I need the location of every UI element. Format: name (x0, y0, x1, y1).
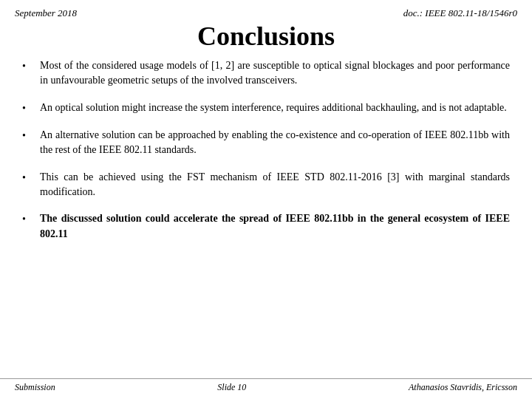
bullet-item: •An optical solution might increase the … (22, 100, 510, 116)
bullet-text: Most of the considered usage models of [… (40, 58, 510, 89)
slide-content: •Most of the considered usage models of … (0, 58, 532, 242)
bullet-text: The discussed solution could accelerate … (40, 211, 510, 242)
bullet-symbol: • (22, 101, 37, 116)
slide-footer: Submission Slide 10 Athanasios Stavridis… (0, 378, 532, 393)
bullet-item: •An alternative solution can be approach… (22, 128, 510, 158)
bullet-symbol: • (22, 171, 37, 185)
slide: September 2018 doc.: IEEE 802.11-18/1546… (0, 0, 532, 399)
bullet-symbol: • (22, 59, 37, 74)
bullet-text: This can be achieved using the FST mecha… (40, 170, 510, 200)
slide-header: September 2018 doc.: IEEE 802.11-18/1546… (0, 0, 532, 19)
bullet-item: •Most of the considered usage models of … (22, 58, 510, 89)
bullet-text: An optical solution might increase the s… (40, 100, 510, 115)
header-doc: doc.: IEEE 802.11-18/1546r0 (403, 7, 517, 19)
bullet-text: An alternative solution can be approache… (40, 128, 510, 158)
bullet-item: •This can be achieved using the FST mech… (22, 170, 510, 200)
footer-center: Slide 10 (217, 382, 246, 393)
footer-left: Submission (15, 382, 55, 393)
footer-right: Athanasios Stavridis, Ericsson (409, 382, 517, 393)
bullet-symbol: • (22, 129, 37, 143)
bullet-symbol: • (22, 212, 37, 227)
header-date: September 2018 (15, 7, 77, 19)
bullet-item: •The discussed solution could accelerate… (22, 211, 510, 242)
slide-title: Conclusions (0, 21, 532, 52)
